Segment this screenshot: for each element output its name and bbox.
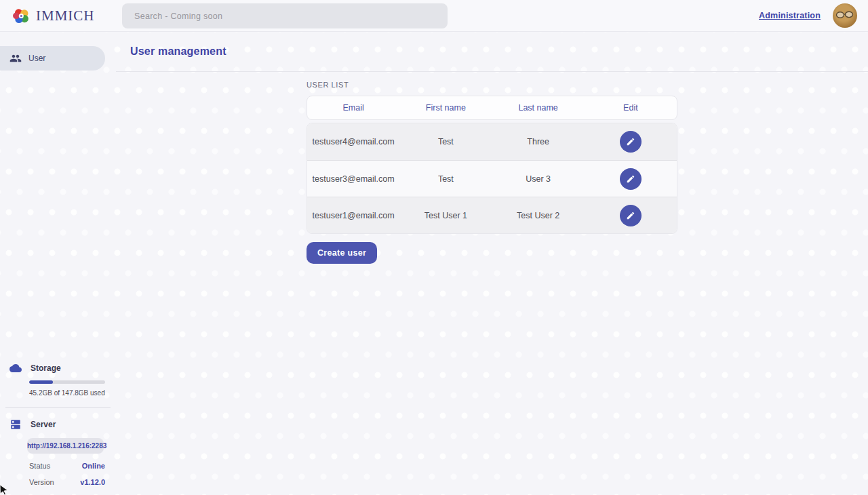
cell-first-name: Test [399, 174, 492, 184]
server-version-value: v1.12.0 [80, 478, 105, 486]
server-status-label: Status [29, 462, 50, 470]
table-row: testuser4@email.com Test Three [307, 123, 677, 160]
edit-user-button[interactable] [620, 131, 642, 153]
sidebar-item-user-label: User [28, 54, 45, 63]
edit-user-button[interactable] [620, 168, 642, 190]
user-table: testuser4@email.com Test Three testuser3… [307, 123, 677, 234]
cell-first-name: Test [399, 137, 492, 146]
storage-progress-fill [29, 380, 53, 384]
user-table-header: Email First name Last name Edit [307, 96, 677, 120]
pencil-icon [626, 211, 635, 220]
admin-sidebar: User Storage 45.2GB of 147.8GB used [0, 32, 116, 495]
column-header-email: Email [307, 103, 399, 113]
user-list-label: USER LIST [307, 81, 677, 89]
cell-email: testuser4@email.com [307, 137, 399, 146]
cell-first-name: Test User 1 [399, 211, 492, 220]
cell-last-name: Three [492, 137, 585, 146]
app-name: IMMICH [36, 7, 95, 24]
cloud-icon [9, 362, 22, 374]
server-title: Server [31, 420, 56, 429]
users-group-icon [9, 52, 22, 64]
main-panel: User management USER LIST Email First na… [116, 32, 868, 495]
column-header-edit: Edit [585, 103, 677, 113]
cell-last-name: User 3 [492, 174, 585, 184]
pencil-icon [626, 174, 635, 184]
column-header-last-name: Last name [492, 103, 585, 113]
page-title-bar: User management [116, 32, 868, 72]
glasses-icon [835, 10, 854, 20]
cell-last-name: Test User 2 [492, 211, 585, 220]
top-bar: IMMICH Administration [0, 0, 868, 32]
cell-email: testuser3@email.com [307, 174, 399, 184]
edit-user-button[interactable] [620, 205, 642, 226]
server-url: http://192.168.1.216:2283 [27, 438, 104, 454]
server-status-value: Online [82, 462, 105, 470]
sidebar-status-panel: Storage 45.2GB of 147.8GB used Server ht… [0, 362, 116, 495]
column-header-first-name: First name [399, 103, 492, 113]
page-title: User management [130, 45, 226, 58]
storage-title: Storage [31, 363, 61, 373]
app-logo[interactable]: IMMICH [12, 7, 95, 25]
sidebar-divider [5, 407, 111, 408]
administration-link[interactable]: Administration [759, 11, 821, 20]
sidebar-item-user[interactable]: User [0, 46, 105, 71]
server-icon [9, 418, 22, 431]
cell-email: testuser1@email.com [307, 211, 399, 220]
storage-progress-bar [29, 380, 105, 384]
storage-usage-text: 45.2GB of 147.8GB used [29, 389, 116, 397]
search-input[interactable] [122, 3, 448, 28]
table-row: testuser3@email.com Test User 3 [307, 160, 677, 197]
immich-flower-icon [12, 7, 31, 25]
create-user-button[interactable]: Create user [307, 242, 377, 264]
user-avatar[interactable] [833, 3, 857, 28]
pencil-icon [626, 137, 635, 146]
server-version-label: Version [29, 478, 54, 486]
table-row: testuser1@email.com Test User 1 Test Use… [307, 197, 677, 233]
